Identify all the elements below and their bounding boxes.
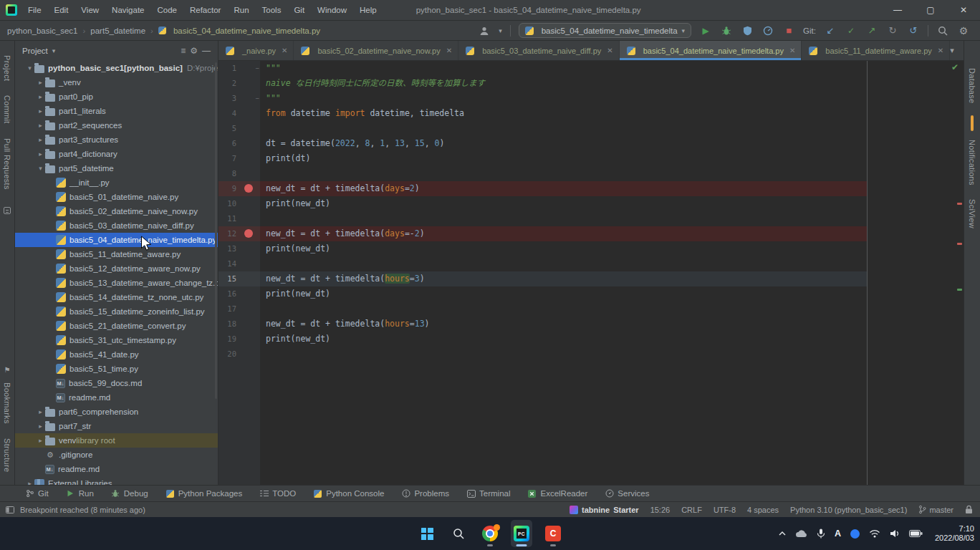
settings-gear-icon[interactable]: ⚙ (957, 24, 970, 37)
left-stripe-icon[interactable] (4, 207, 11, 214)
editor-tab-basic5-03-datetime-naive-diff-py[interactable]: basic5_03_datetime_naive_diff.py✕ (458, 41, 620, 60)
tab-close-icon[interactable]: ✕ (446, 47, 452, 54)
tool-stripe-database[interactable]: Database (968, 61, 976, 111)
tree-item-venv[interactable]: ▸venv library root (15, 433, 218, 448)
tool-window-button-excelreader[interactable]: ExcelReader (521, 486, 594, 501)
gutter[interactable]: 15 (218, 271, 260, 286)
caret-position[interactable]: 15:26 (650, 506, 671, 514)
git-branch-widget[interactable]: master (918, 505, 953, 514)
editor-tab-basic5-04-datetime-naive-timedelta-py[interactable]: basic5_04_datetime_naive_timedelta.py✕ (620, 41, 802, 60)
panel-settings-gear-icon[interactable]: ⚙ (190, 46, 198, 56)
tree-item-venv[interactable]: ▸_venv (15, 75, 218, 90)
gutter[interactable]: 5 (218, 121, 260, 136)
taskbar-pycharm-button[interactable] (511, 520, 532, 547)
hidden-icons-chevron[interactable] (779, 531, 786, 536)
tool-window-button-run[interactable]: Run (59, 486, 100, 501)
profiler-button[interactable] (762, 24, 774, 37)
editor-tab-naive-py[interactable]: _naive.py✕ (218, 41, 294, 60)
tree-item-basic5-14-datetime-tz-none-utc-py[interactable]: basic5_14_datetime_tz_none_utc.py (15, 290, 218, 304)
gutter[interactable]: 11 (218, 211, 260, 226)
breakpoint-icon[interactable] (244, 184, 253, 193)
tool-stripe-bookmarks[interactable]: Bookmarks (3, 375, 11, 431)
tool-window-button-debug[interactable]: Debug (105, 486, 155, 501)
tree-chevron-icon[interactable]: ▸ (36, 122, 45, 129)
gutter[interactable]: 3− (218, 91, 260, 106)
menu-code[interactable]: Code (150, 0, 183, 20)
tree-item-part1-literals[interactable]: ▸part1_literals (15, 104, 218, 118)
fold-icon[interactable]: − (256, 61, 259, 76)
tree-item-basic5-15-datetime-zoneinfo-list-py[interactable]: basic5_15_datetime_zoneinfo_list.py (15, 304, 218, 319)
onedrive-cloud-icon[interactable] (795, 530, 807, 538)
tree-item-part3-structures[interactable]: ▸part3_structures (15, 132, 218, 147)
tool-window-button-problems[interactable]: Problems (395, 486, 456, 501)
breadcrumb-file[interactable]: basic5_04_datetime_naive_timedelta.py (158, 26, 320, 35)
inspections-ok-icon[interactable]: ✔ (951, 62, 959, 72)
tree-item-basic5-11-datetime-aware-py[interactable]: basic5_11_datetime_aware.py (15, 247, 218, 261)
tree-item-python-basic-sec1[interactable]: ▾python_basic_sec1 [python_basic]D:¥proj… (15, 61, 218, 75)
tree-item-basic5-41-date-py[interactable]: basic5_41_date.py (15, 347, 218, 362)
taskbar-clock[interactable]: 7:10 2022/08/03 (935, 524, 974, 544)
gutter[interactable]: 14 (218, 256, 260, 271)
debug-button[interactable] (720, 24, 733, 37)
menu-file[interactable]: File (21, 0, 48, 20)
gutter[interactable]: 7 (218, 151, 260, 166)
git-update-button[interactable]: ↙ (824, 24, 837, 37)
gutter[interactable]: 16 (218, 286, 260, 301)
menu-edit[interactable]: Edit (48, 0, 75, 20)
menu-tools[interactable]: Tools (256, 0, 288, 20)
tree-item-basic5-01-datetime-naive-py[interactable]: basic5_01_datetime_naive.py (15, 190, 218, 204)
menu-view[interactable]: View (75, 0, 105, 20)
wifi-icon[interactable] (869, 529, 880, 538)
tree-item-basic5-04-datetime-naive-timedelta-py[interactable]: basic5_04_datetime_naive_timedelta.py (15, 233, 218, 247)
tab-close-icon[interactable]: ✕ (282, 47, 287, 54)
taskbar-chrome-button[interactable] (479, 520, 501, 547)
coverage-button[interactable] (741, 24, 754, 37)
tree-chevron-icon[interactable]: ▸ (36, 150, 45, 158)
tree-item-basic5-31-utc-timestamp-py[interactable]: basic5_31_utc_timestamp.py (15, 333, 218, 347)
gutter[interactable]: 4 (218, 106, 260, 121)
menu-navigate[interactable]: Navigate (105, 0, 150, 20)
gutter[interactable]: 20 (218, 347, 260, 362)
blue-status-icon[interactable] (850, 529, 860, 539)
tree-chevron-icon[interactable]: ▸ (25, 480, 34, 485)
hide-panel-icon[interactable]: — (202, 46, 211, 56)
tool-window-button-python-packages[interactable]: Python Packages (159, 486, 249, 501)
tab-close-icon[interactable]: ✕ (938, 47, 943, 54)
gutter[interactable]: 6 (218, 136, 260, 151)
tree-item-part2-sequences[interactable]: ▸part2_sequences (15, 118, 218, 132)
tree-item-part5-datetime[interactable]: ▾part5_datetime (15, 161, 218, 175)
tree-item-basic5-13-datetime-aware-change-tz-py[interactable]: basic5_13_datetime_aware_change_tz.py (15, 276, 218, 290)
breakpoint-icon[interactable] (244, 229, 253, 238)
tree-item-init-py[interactable]: __init__.py (15, 175, 218, 190)
tree-item-part6-comprehension[interactable]: ▸part6_comprehension (15, 405, 218, 419)
tree-chevron-icon[interactable]: ▸ (36, 423, 45, 430)
run-configuration-select[interactable]: basic5_04_datetime_naive_timedelta ▾ (519, 23, 691, 38)
tool-window-button-terminal[interactable]: Terminal (460, 486, 517, 501)
taskbar-search-button[interactable] (448, 520, 469, 547)
git-rollback-button[interactable]: ↺ (907, 24, 920, 37)
ime-indicator[interactable]: A (835, 529, 841, 539)
git-push-button[interactable]: ↗ (865, 24, 878, 37)
gutter[interactable]: 13 (218, 241, 260, 256)
tree-item-basic5-12-datetime-aware-now-py[interactable]: basic5_12_datetime_aware_now.py (15, 261, 218, 276)
tool-stripe-pull-requests[interactable]: Pull Requests (3, 131, 11, 197)
tool-window-button-git[interactable]: Git (19, 486, 55, 501)
tool-window-button-python-console[interactable]: Python Console (307, 486, 390, 501)
tool-window-button-services[interactable]: Services (598, 486, 655, 501)
gutter[interactable]: 8 (218, 166, 260, 181)
tree-chevron-icon[interactable]: ▸ (36, 437, 45, 444)
indent-style[interactable]: 4 spaces (747, 506, 779, 514)
tab-close-icon[interactable]: ✕ (789, 47, 795, 54)
tree-item-basic5-51-time-py[interactable]: basic5_51_time.py (15, 362, 218, 376)
menu-git[interactable]: Git (287, 0, 311, 20)
run-button[interactable]: ▶ (699, 24, 712, 37)
tree-chevron-icon[interactable]: ▾ (25, 64, 34, 72)
gutter[interactable]: 10 (218, 196, 260, 211)
menu-window[interactable]: Window (311, 0, 353, 20)
tree-item-part0-pip[interactable]: ▸part0_pip (15, 90, 218, 104)
menu-refactor[interactable]: Refactor (183, 0, 227, 20)
chevron-down-icon[interactable]: ▾ (52, 47, 56, 54)
tree-item-basic5-03-datetime-naive-diff-py[interactable]: basic5_03_datetime_naive_diff.py (15, 218, 218, 233)
python-interpreter[interactable]: Python 3.10 (python_basic_sec1) (790, 506, 907, 514)
fold-icon[interactable]: − (256, 91, 259, 106)
